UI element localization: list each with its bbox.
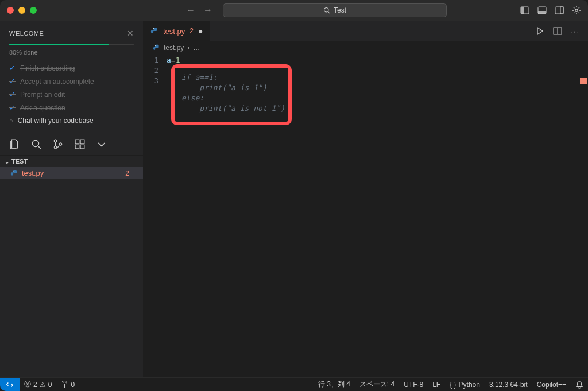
editor-actions: ···	[536, 21, 588, 41]
nav-forward-button[interactable]: →	[203, 5, 212, 16]
breadcrumb-separator: ›	[187, 44, 189, 52]
sidebar: WELCOME ✕ 80% done ✓ Finish onboarding ✓…	[0, 21, 144, 377]
welcome-item-autocomplete[interactable]: ✓ Accept an autocomplete	[9, 75, 134, 88]
status-ports[interactable]: 0	[56, 381, 79, 389]
error-marker-icon	[580, 78, 587, 84]
svg-line-10	[38, 146, 41, 149]
check-icon: ✓	[9, 90, 16, 99]
bell-icon	[575, 381, 583, 389]
python-file-icon	[153, 44, 160, 52]
overview-ruler[interactable]	[579, 72, 587, 95]
status-indent[interactable]: スペース: 4	[355, 380, 399, 389]
antenna-icon	[61, 381, 68, 388]
svg-point-18	[13, 170, 14, 171]
tab-test-py[interactable]: test.py 2 ●	[144, 21, 210, 41]
title-layout-icons	[520, 6, 581, 15]
explorer-tree: ⌄ TEST test.py 2	[0, 156, 143, 377]
status-copilot[interactable]: Copilot++	[532, 381, 571, 389]
svg-point-19	[153, 28, 154, 29]
close-icon[interactable]: ✕	[127, 29, 134, 38]
svg-point-12	[54, 146, 57, 149]
check-icon: ✓	[9, 64, 16, 72]
inline-suggestion-highlight: if a==1: print("a is 1") else: print("a …	[171, 64, 292, 125]
command-center-search[interactable]: Test	[223, 3, 447, 17]
ghost-line: if a==1:	[181, 72, 279, 83]
svg-rect-17	[80, 145, 84, 149]
ghost-line: print("a is not 1")	[181, 103, 279, 114]
warning-icon: ⚠	[40, 381, 46, 389]
svg-point-11	[54, 140, 57, 142]
window-controls	[7, 7, 37, 14]
chevron-down-icon[interactable]	[96, 139, 107, 149]
tree-file-test-py[interactable]: test.py 2	[0, 167, 143, 179]
ghost-line: else:	[181, 93, 279, 103]
nav-arrows: ← →	[186, 5, 212, 16]
files-icon[interactable]	[9, 139, 20, 149]
welcome-item-onboarding[interactable]: ✓ Finish onboarding	[9, 61, 134, 75]
welcome-panel: WELCOME ✕ 80% done ✓ Finish onboarding ✓…	[0, 21, 143, 133]
breadcrumb-file: test.py	[164, 44, 184, 52]
braces-icon: { }	[450, 381, 456, 389]
editor-tabs: test.py 2 ● ···	[144, 21, 588, 41]
ghost-line: print("a is 1")	[181, 83, 279, 93]
check-icon: ✓	[9, 77, 16, 86]
line-number: 2	[144, 65, 167, 76]
status-encoding[interactable]: UTF-8	[399, 381, 428, 389]
tree-root[interactable]: ⌄ TEST	[0, 156, 143, 167]
welcome-item-chat-codebase[interactable]: ○ Chat with your codebase	[9, 114, 134, 127]
welcome-item-label: Accept an autocomplete	[20, 78, 94, 86]
status-cursor[interactable]: 行 3、列 4	[314, 380, 355, 389]
status-language[interactable]: { } Python	[445, 381, 485, 389]
circle-icon: ○	[9, 117, 13, 124]
settings-gear-icon[interactable]	[572, 6, 581, 15]
welcome-item-prompt-edit[interactable]: ✓ Prompt an edit	[9, 88, 134, 101]
status-ports-count: 0	[71, 381, 75, 389]
svg-line-1	[328, 11, 330, 13]
line-number: 1	[144, 55, 167, 65]
remote-button[interactable]	[0, 378, 20, 391]
tab-name: test.py	[163, 27, 185, 36]
source-control-icon[interactable]	[53, 139, 63, 149]
svg-point-0	[324, 8, 328, 13]
welcome-item-label: Prompt an edit	[20, 91, 65, 99]
tab-problems-badge: 2	[189, 27, 194, 35]
tree-file-problems-badge: 2	[125, 169, 129, 177]
welcome-progress	[9, 44, 134, 45]
remote-icon	[6, 381, 14, 389]
svg-rect-15	[80, 140, 84, 144]
split-editor-icon[interactable]	[553, 26, 562, 36]
maximize-window-button[interactable]	[30, 7, 37, 14]
svg-point-9	[32, 140, 38, 146]
status-problems[interactable]: ⓧ 2 ⚠ 0	[20, 380, 56, 389]
python-file-icon	[10, 169, 18, 177]
welcome-title: WELCOME	[9, 30, 44, 37]
more-actions-icon[interactable]: ···	[570, 27, 580, 36]
nav-back-button[interactable]: ←	[186, 5, 195, 16]
status-notifications[interactable]	[571, 381, 588, 389]
welcome-items: ✓ Finish onboarding ✓ Accept an autocomp…	[9, 61, 134, 127]
extensions-icon[interactable]	[75, 139, 85, 149]
titlebar: ← → Test	[0, 0, 588, 21]
welcome-progress-text: 80% done	[9, 49, 134, 56]
statusbar: ⓧ 2 ⚠ 0 0 行 3、列 4 スペース: 4 UTF-8 LF { } P…	[0, 377, 588, 391]
toggle-panel-icon[interactable]	[537, 6, 547, 15]
minimize-window-button[interactable]	[18, 7, 25, 14]
welcome-item-ask-question[interactable]: ✓ Ask a question	[9, 101, 134, 114]
svg-point-13	[59, 143, 62, 146]
breadcrumb-trail: …	[193, 44, 200, 52]
close-window-button[interactable]	[7, 7, 14, 14]
status-interpreter[interactable]: 3.12.3 64-bit	[485, 381, 532, 389]
svg-rect-16	[75, 145, 79, 149]
status-errors-count: 2	[33, 381, 37, 389]
svg-rect-3	[521, 7, 524, 14]
welcome-item-label: Ask a question	[20, 104, 65, 112]
svg-rect-14	[75, 140, 79, 144]
toggle-secondary-sidebar-icon[interactable]	[555, 6, 564, 15]
breadcrumb[interactable]: test.py › …	[144, 41, 588, 54]
run-dropdown-icon[interactable]	[536, 26, 545, 36]
toggle-primary-sidebar-icon[interactable]	[520, 6, 529, 15]
line-number: 3	[144, 76, 167, 86]
error-icon: ⓧ	[24, 380, 31, 389]
search-icon[interactable]	[31, 139, 41, 149]
status-eol[interactable]: LF	[428, 381, 445, 389]
